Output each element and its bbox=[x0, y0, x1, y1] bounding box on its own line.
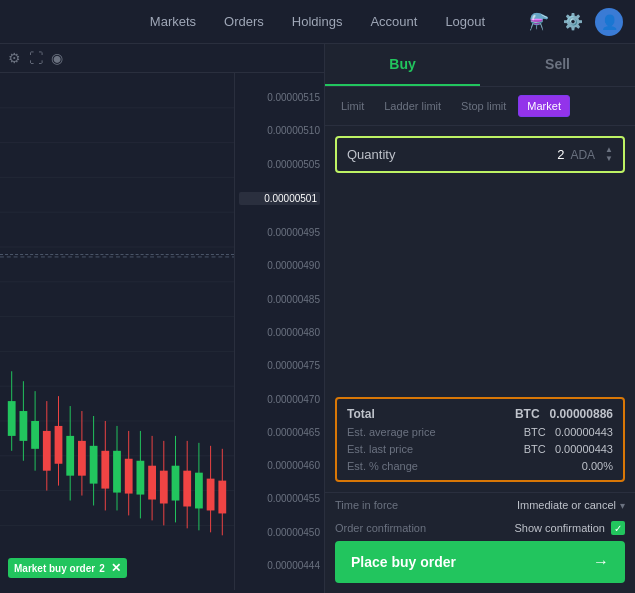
order-confirmation-checkbox[interactable]: ✓ bbox=[611, 521, 625, 535]
svg-rect-34 bbox=[125, 459, 133, 494]
quantity-right: 2 ADA ▲ ▼ bbox=[557, 146, 613, 163]
total-label: Total bbox=[347, 407, 375, 421]
svg-rect-22 bbox=[55, 426, 63, 464]
chart-toolbar: ⚙ ⛶ ◉ bbox=[0, 44, 324, 73]
svg-rect-24 bbox=[66, 436, 74, 476]
pct-change-label: Est. % change bbox=[347, 460, 418, 472]
form-area: Quantity 2 ADA ▲ ▼ Total BTC bbox=[325, 126, 635, 492]
market-order-close-icon[interactable]: ✕ bbox=[111, 561, 121, 575]
nav-links: Markets Orders Holdings Account Logout bbox=[150, 10, 485, 33]
nav-account[interactable]: Account bbox=[370, 10, 417, 33]
svg-rect-46 bbox=[195, 473, 203, 509]
price-9: 0.00000470 bbox=[239, 394, 320, 405]
price-0: 0.00000515 bbox=[239, 92, 320, 103]
svg-rect-16 bbox=[20, 411, 28, 441]
place-order-label: Place buy order bbox=[351, 554, 456, 570]
summary-row-avg: Est. average price BTC 0.00000443 bbox=[347, 426, 613, 438]
nav-holdings[interactable]: Holdings bbox=[292, 10, 343, 33]
total-amount: 0.00000886 bbox=[550, 407, 613, 421]
order-type-tabs: Limit Ladder limit Stop limit Market bbox=[325, 87, 635, 126]
quantity-value: 2 bbox=[557, 147, 564, 162]
chart-area: 0.00000515 0.00000510 0.00000505 0.00000… bbox=[0, 73, 324, 590]
order-type-market[interactable]: Market bbox=[518, 95, 570, 117]
price-5: 0.00000490 bbox=[239, 260, 320, 271]
main-layout: ⚙ ⛶ ◉ 0.00000515 0.00000510 0.00000505 0… bbox=[0, 44, 635, 593]
order-confirmation-label: Order confirmation bbox=[335, 522, 426, 534]
last-price-amount: 0.00000443 bbox=[555, 443, 613, 455]
nav-icon-group: ⚗️ ⚙️ 👤 bbox=[527, 8, 623, 36]
price-axis: 0.00000515 0.00000510 0.00000505 0.00000… bbox=[234, 73, 324, 590]
flask-icon[interactable]: ⚗️ bbox=[527, 10, 551, 33]
time-in-force-value[interactable]: Immediate or cancel ▾ bbox=[517, 499, 625, 511]
svg-rect-44 bbox=[183, 471, 191, 507]
avg-price-amount: 0.00000443 bbox=[555, 426, 613, 438]
user-icon[interactable]: 👤 bbox=[595, 8, 623, 36]
svg-rect-48 bbox=[207, 479, 215, 511]
pct-change-value: 0.00% bbox=[582, 460, 613, 472]
market-order-label: Market buy order 2 ✕ bbox=[8, 558, 127, 578]
right-panel: Buy Sell Limit Ladder limit Stop limit M… bbox=[325, 44, 635, 593]
price-1: 0.00000510 bbox=[239, 125, 320, 136]
svg-rect-30 bbox=[101, 451, 109, 489]
quantity-currency: ADA bbox=[570, 148, 595, 162]
nav-orders[interactable]: Orders bbox=[224, 10, 264, 33]
market-order-text: Market buy order bbox=[14, 563, 95, 574]
last-price-label: Est. last price bbox=[347, 443, 413, 455]
svg-rect-32 bbox=[113, 451, 121, 493]
candlestick-chart bbox=[0, 73, 234, 590]
svg-rect-18 bbox=[31, 421, 39, 449]
chart-expand-icon[interactable]: ⛶ bbox=[29, 50, 43, 66]
quantity-down-arrow[interactable]: ▼ bbox=[605, 155, 613, 163]
quantity-up-arrow[interactable]: ▲ bbox=[605, 146, 613, 154]
order-confirmation-text: Show confirmation bbox=[515, 522, 606, 534]
svg-rect-42 bbox=[172, 466, 180, 501]
place-buy-order-button[interactable]: Place buy order → bbox=[335, 541, 625, 583]
avg-price-label: Est. average price bbox=[347, 426, 436, 438]
price-11: 0.00000460 bbox=[239, 460, 320, 471]
avg-price-currency: BTC bbox=[524, 426, 546, 438]
chart-panel: ⚙ ⛶ ◉ 0.00000515 0.00000510 0.00000505 0… bbox=[0, 44, 325, 593]
svg-rect-26 bbox=[78, 441, 86, 476]
price-8: 0.00000475 bbox=[239, 360, 320, 371]
price-14: 0.00000444 bbox=[239, 560, 320, 571]
chart-settings-icon[interactable]: ⚙ bbox=[8, 50, 21, 66]
price-13: 0.00000450 bbox=[239, 527, 320, 538]
order-confirmation-row: Order confirmation Show confirmation ✓ bbox=[325, 517, 635, 541]
svg-rect-14 bbox=[8, 401, 16, 436]
price-current: 0.00000501 bbox=[239, 192, 320, 205]
svg-rect-38 bbox=[148, 466, 156, 500]
svg-rect-28 bbox=[90, 446, 98, 484]
total-value: BTC 0.00000886 bbox=[515, 407, 613, 421]
market-order-qty: 2 bbox=[99, 563, 105, 574]
chart-eye-icon[interactable]: ◉ bbox=[51, 50, 63, 66]
summary-row-last: Est. last price BTC 0.00000443 bbox=[347, 443, 613, 455]
quantity-field[interactable]: Quantity 2 ADA ▲ ▼ bbox=[335, 136, 625, 173]
time-in-force-dropdown-icon: ▾ bbox=[620, 500, 625, 511]
form-spacer bbox=[335, 181, 625, 389]
buy-sell-tabs: Buy Sell bbox=[325, 44, 635, 87]
tab-buy[interactable]: Buy bbox=[325, 44, 480, 86]
order-type-limit[interactable]: Limit bbox=[333, 96, 372, 116]
last-price-currency: BTC bbox=[524, 443, 546, 455]
quantity-label: Quantity bbox=[347, 147, 395, 162]
settings-icon[interactable]: ⚙️ bbox=[561, 10, 585, 33]
order-confirmation-value: Show confirmation ✓ bbox=[515, 521, 626, 535]
tab-sell[interactable]: Sell bbox=[480, 44, 635, 86]
price-2: 0.00000505 bbox=[239, 159, 320, 170]
last-price-value: BTC 0.00000443 bbox=[524, 443, 613, 455]
svg-rect-20 bbox=[43, 431, 51, 471]
order-type-stop[interactable]: Stop limit bbox=[453, 96, 514, 116]
quantity-arrows: ▲ ▼ bbox=[605, 146, 613, 163]
price-7: 0.00000480 bbox=[239, 327, 320, 338]
svg-rect-50 bbox=[218, 481, 226, 514]
price-10: 0.00000465 bbox=[239, 427, 320, 438]
nav-logout[interactable]: Logout bbox=[445, 10, 485, 33]
top-nav: Markets Orders Holdings Account Logout ⚗… bbox=[0, 0, 635, 44]
total-currency: BTC bbox=[515, 407, 540, 421]
time-in-force-label: Time in force bbox=[335, 499, 398, 511]
order-type-ladder[interactable]: Ladder limit bbox=[376, 96, 449, 116]
nav-markets[interactable]: Markets bbox=[150, 10, 196, 33]
place-order-arrow-icon: → bbox=[593, 553, 609, 571]
price-12: 0.00000455 bbox=[239, 493, 320, 504]
time-in-force-row: Time in force Immediate or cancel ▾ bbox=[325, 492, 635, 517]
